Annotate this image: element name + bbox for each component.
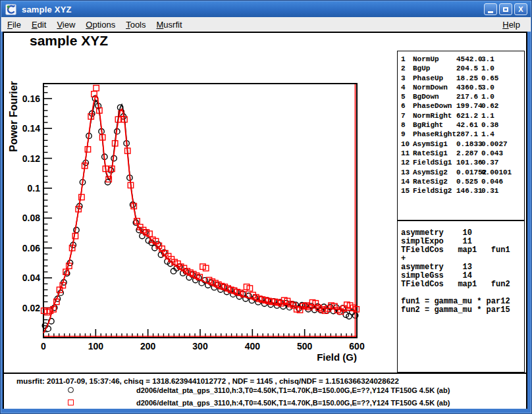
param-name: AsymSig2	[413, 168, 448, 176]
param-no: 10	[401, 140, 410, 148]
param-value: 2.287	[456, 149, 478, 157]
close-button[interactable]: X	[514, 3, 527, 15]
param-row: 12FieldSig1101.360.37	[398, 159, 524, 168]
param-name: RateSig1	[413, 149, 448, 157]
param-value: 0.1833	[456, 140, 483, 148]
param-row: 1NormUp4542.03.1	[398, 55, 524, 65]
menu-item-file[interactable]: File	[3, 18, 26, 31]
minimize-button[interactable]	[484, 3, 497, 15]
param-row: 8BgRight42.610.38	[398, 121, 524, 130]
param-row: 2BgUp204.51.0	[398, 65, 524, 74]
menu-item-view[interactable]: View	[52, 18, 80, 31]
param-row: 3PhaseUp18.250.65	[398, 74, 524, 84]
param-name: NormUp	[413, 55, 439, 63]
param-error: 0.043	[481, 149, 503, 157]
legend-label: d2006/deltat_pta_gps_3110,h:3,T0=4.50K,T…	[136, 386, 450, 394]
parameter-pad[interactable]: 1NormUp4542.03.12BgUp204.51.03PhaseUp18.…	[397, 51, 525, 220]
param-name: PhaseDown	[413, 102, 452, 110]
param-name: FieldSig1	[413, 159, 452, 167]
param-value: 217.6	[456, 93, 478, 101]
param-row: 13AsymSig20.017520.00101	[398, 168, 524, 178]
param-no: 13	[401, 168, 410, 176]
param-name: NormDown	[413, 84, 448, 91]
theory-block: asymmetry 10 simplExpo 11 TFieldCos map1…	[398, 221, 524, 315]
param-no: 5	[401, 93, 406, 101]
legend-label: d2006/deltat_pta_gps_3110,h:4,T0=4.50K,T…	[136, 399, 450, 407]
theory-pad[interactable]: asymmetry 10 simplExpo 11 TFieldCos map1…	[397, 220, 525, 373]
y-tick-label: 0.1	[28, 183, 41, 194]
param-row: 14RateSig20.5250.046	[398, 178, 524, 187]
param-error: 0.37	[481, 159, 498, 167]
menu-item-tools[interactable]: Tools	[121, 18, 150, 31]
param-name: BgDown	[413, 93, 439, 101]
param-no: 2	[401, 65, 406, 72]
param-name: PhaseUp	[413, 74, 443, 82]
legend-row: d2006/deltat_pta_gps_3110,h:4,T0=4.50K,T…	[4, 400, 526, 407]
menu-item-options[interactable]: Options	[81, 18, 120, 31]
menu-bar: FileEditViewOptionsToolsMusrfitHelp	[1, 17, 531, 32]
fit-curve	[43, 100, 357, 333]
y-tick-label: 0.02	[22, 303, 40, 313]
legend-row: d2006/deltat_pta_gps_3110,h:3,T0=4.50K,T…	[4, 387, 526, 395]
info-pad: musrfit: 2011-07-09, 15:37:46, chisq = 1…	[4, 373, 526, 409]
param-error: 0.00101	[481, 168, 512, 176]
param-value: 4360.5	[456, 84, 483, 91]
param-error: 0.62	[481, 102, 498, 110]
parameter-table: 1NormUp4542.03.12BgUp204.51.03PhaseUp18.…	[398, 55, 524, 196]
title-bar[interactable]: sample XYZ X	[1, 1, 531, 17]
param-name: FieldSig2	[413, 187, 452, 195]
window-title: sample XYZ	[22, 5, 72, 14]
fourier-plot[interactable]: 01002003004005006000.020.040.060.080.10.…	[4, 33, 396, 370]
x-tick-label: 500	[297, 341, 313, 351]
circle-marker-icon	[68, 387, 74, 393]
square-marker-icon	[68, 400, 74, 405]
param-row: 9PhaseRight287.11.4	[398, 130, 524, 140]
y-tick-label: 0.12	[22, 153, 40, 164]
param-row: 7NormRight621.21.1	[398, 112, 524, 121]
param-row: 10AsymSig10.18330.0027	[398, 140, 524, 149]
minimize-icon	[488, 11, 493, 13]
x-tick-label: 400	[245, 341, 261, 351]
fit-status-text: musrfit: 2011-07-09, 15:37:46, chisq = 1…	[16, 377, 399, 385]
param-error: 0.65	[481, 74, 498, 82]
param-value: 621.2	[456, 112, 478, 120]
root-canvas[interactable]: sample XYZ 01002003004005006000.020.040.…	[3, 32, 527, 409]
menu-item-edit[interactable]: Edit	[27, 18, 51, 31]
param-value: 4542.0	[456, 55, 483, 63]
param-name: PhaseRight	[413, 130, 456, 138]
param-value: 0.525	[456, 178, 478, 186]
param-error: 1.1	[481, 112, 494, 120]
param-error: 0.0027	[481, 140, 508, 148]
param-error: 0.31	[481, 187, 498, 195]
param-row: 15FieldSig2146.310.31	[398, 187, 524, 196]
param-no: 14	[401, 178, 410, 186]
menu-item-musrfit[interactable]: Musrfit	[152, 18, 187, 31]
y-tick-label: 0.06	[22, 243, 40, 253]
y-axis-label: Power Fourier	[8, 81, 19, 152]
param-row: 4NormDown4360.53.0	[398, 84, 524, 93]
param-error: 3.0	[481, 84, 494, 91]
param-name: RateSig2	[413, 178, 448, 186]
param-name: NormRight	[413, 112, 452, 120]
x-tick-label: 0	[41, 341, 46, 351]
maximize-button[interactable]	[499, 3, 512, 15]
param-error: 1.0	[481, 65, 494, 72]
param-no: 4	[401, 84, 406, 91]
param-error: 0.046	[481, 178, 503, 186]
app-icon	[5, 4, 16, 15]
app-window: sample XYZ X FileEditViewOptionsToolsMus…	[0, 0, 532, 414]
y-tick-label: 0.16	[22, 93, 40, 104]
param-value: 101.36	[456, 159, 483, 167]
close-icon: X	[518, 5, 523, 13]
menu-item-help[interactable]: Help	[500, 18, 523, 31]
param-no: 7	[401, 112, 406, 120]
param-value: 42.61	[456, 121, 478, 129]
x-tick-label: 600	[349, 341, 365, 351]
param-value: 199.74	[456, 102, 483, 110]
param-no: 3	[401, 74, 406, 82]
x-tick-label: 300	[192, 341, 208, 351]
param-no: 8	[401, 121, 406, 129]
param-no: 6	[401, 102, 406, 110]
param-error: 3.1	[481, 55, 494, 63]
param-value: 287.1	[456, 130, 478, 138]
